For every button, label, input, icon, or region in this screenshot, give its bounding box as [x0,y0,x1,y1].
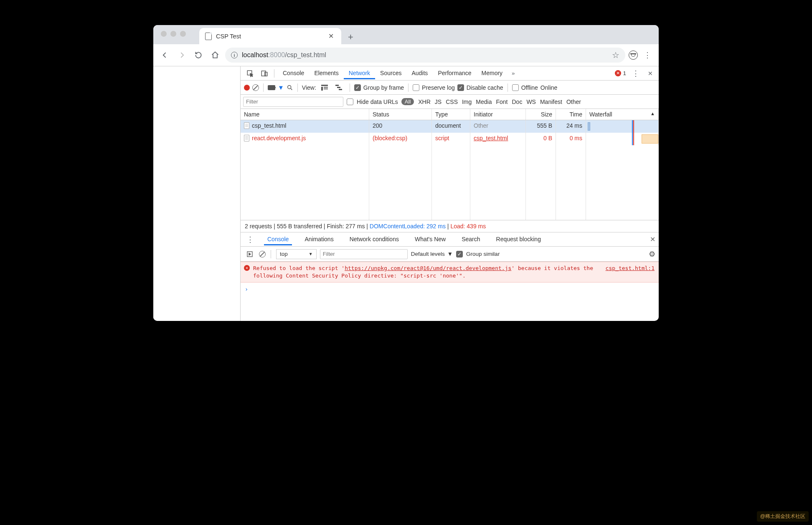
filter-type-xhr[interactable]: XHR [418,98,431,105]
forward-button[interactable] [175,49,188,61]
column-initiator[interactable]: Initiator [470,109,526,120]
new-tab-button[interactable]: + [341,32,360,44]
devtools-tabbar: ConsoleElementsNetworkSourcesAuditsPerfo… [241,66,659,81]
record-button[interactable] [244,85,250,91]
offline-label: Offline [521,84,538,91]
disable-cache-checkbox[interactable]: ✓ [457,84,464,91]
reload-button[interactable] [192,49,205,61]
settings-icon[interactable]: ⚙ [649,250,655,259]
url-host: localhost [242,51,268,58]
column-waterfall[interactable]: Waterfall▲ [586,109,659,120]
group-similar-label: Group similar [466,251,500,257]
svg-rect-11 [339,89,342,90]
devtools-tab-network[interactable]: Network [344,67,375,79]
svg-point-3 [288,85,291,88]
filter-type-doc[interactable]: Doc [512,98,522,105]
inspect-element-icon[interactable] [244,68,256,79]
devtools-menu-icon[interactable]: ⋮ [629,69,642,78]
address-bar[interactable]: i localhost:8000/csp_test.html ☆ [225,48,625,63]
svg-rect-6 [321,87,323,91]
devtools-tab-sources[interactable]: Sources [375,67,406,79]
browser-toolbar: i localhost:8000/csp_test.html ☆ ⋮ [153,44,659,66]
column-time[interactable]: Time [556,109,586,120]
console-toolbar: top ▼ Default levels ▼ ✓ Group similar ⚙ [241,247,659,262]
browser-tab[interactable]: CSP Test ✕ [199,28,341,44]
network-filter-input[interactable] [243,97,343,107]
extension-icon[interactable] [629,50,638,60]
request-row[interactable]: react.development.js(blocked:csp)scriptc… [241,133,659,145]
network-summary: 2 requests | 555 B transferred | Finish:… [241,220,659,232]
online-label: Online [540,84,557,91]
console-prompt[interactable]: › [241,283,659,296]
large-rows-icon[interactable] [319,83,330,92]
group-similar-checkbox[interactable]: ✓ [456,251,463,257]
screenshot-icon[interactable] [268,85,275,90]
svg-rect-10 [337,87,340,88]
site-info-icon[interactable]: i [231,52,238,58]
console-error-message[interactable]: ✕ csp_test.html:1 Refused to load the sc… [241,262,659,283]
column-size[interactable]: Size [526,109,556,120]
execution-icon[interactable] [244,249,256,259]
drawer-tab-network-conditions[interactable]: Network conditions [346,233,402,245]
filter-type-font[interactable]: Font [496,98,508,105]
devtools-tab-memory[interactable]: Memory [477,67,508,79]
drawer-tab-console[interactable]: Console [264,233,292,245]
error-source-link[interactable]: csp_test.html:1 [606,265,655,272]
back-button[interactable] [158,49,172,61]
devtools-tab-elements[interactable]: Elements [309,67,343,79]
close-drawer-icon[interactable]: ✕ [650,235,655,243]
bookmark-icon[interactable]: ☆ [612,50,619,60]
column-name[interactable]: Name [241,109,369,120]
console-filter-input[interactable] [320,249,408,259]
devtools-tab-audits[interactable]: Audits [406,67,433,79]
svg-rect-1 [261,71,266,76]
offline-checkbox[interactable] [512,84,519,91]
drawer-tab-what-s-new[interactable]: What's New [411,233,449,245]
chrome-titlebar: CSP Test ✕ + [153,25,659,44]
clear-button[interactable] [252,84,259,91]
drawer-tab-request-blocking[interactable]: Request blocking [493,233,544,245]
close-devtools-icon[interactable]: ✕ [645,68,655,78]
devtools-tab-console[interactable]: Console [278,67,309,79]
close-tab-icon[interactable]: ✕ [327,31,335,41]
drawer-tab-animations[interactable]: Animations [301,233,337,245]
filter-type-manifest[interactable]: Manifest [540,98,562,105]
filter-type-css[interactable]: CSS [446,98,458,105]
devtools-tab-performance[interactable]: Performance [433,67,476,79]
close-window-button[interactable] [161,31,167,37]
search-icon[interactable] [287,84,293,91]
waterfall-view-icon[interactable] [333,83,345,92]
filter-type-other[interactable]: Other [566,98,581,105]
filter-type-media[interactable]: Media [476,98,492,105]
network-grid: Name Status Type Initiator Size Time Wat… [241,109,659,220]
svg-rect-7 [324,87,328,88]
maximize-window-button[interactable] [180,31,186,37]
filter-type-js[interactable]: JS [435,98,442,105]
error-count-badge[interactable]: ✕1 [615,70,626,76]
hide-data-urls-checkbox[interactable] [347,98,353,105]
chrome-menu-icon[interactable]: ⋮ [641,50,654,60]
preserve-log-checkbox[interactable] [413,84,419,91]
minimize-window-button[interactable] [170,31,176,37]
filter-type-all[interactable]: All [401,98,414,105]
group-by-frame-checkbox[interactable]: ✓ [354,84,361,91]
request-row[interactable]: csp_test.html200documentOther555 B24 ms [241,120,659,133]
filter-icon[interactable]: ▼ [278,84,284,91]
chevron-down-icon: ▼ [309,252,313,256]
clear-console-button[interactable] [259,251,266,257]
filter-type-img[interactable]: Img [462,98,472,105]
context-selector[interactable]: top ▼ [276,249,317,259]
filter-type-ws[interactable]: WS [526,98,536,105]
view-label: View: [302,84,316,91]
column-type[interactable]: Type [432,109,470,120]
chevron-down-icon: ▼ [447,251,453,257]
network-toolbar: ▼ View: ✓ Group by frame Preserve log ✓ … [241,81,659,95]
device-toolbar-icon[interactable] [258,68,271,79]
column-status[interactable]: Status [369,109,432,120]
drawer-tab-search[interactable]: Search [458,233,483,245]
svg-rect-8 [324,88,328,89]
drawer-menu-icon[interactable]: ⋮ [244,235,256,244]
home-button[interactable] [208,49,222,61]
log-levels-selector[interactable]: Default levels ▼ [411,251,453,257]
more-tabs-icon[interactable]: » [509,68,518,78]
